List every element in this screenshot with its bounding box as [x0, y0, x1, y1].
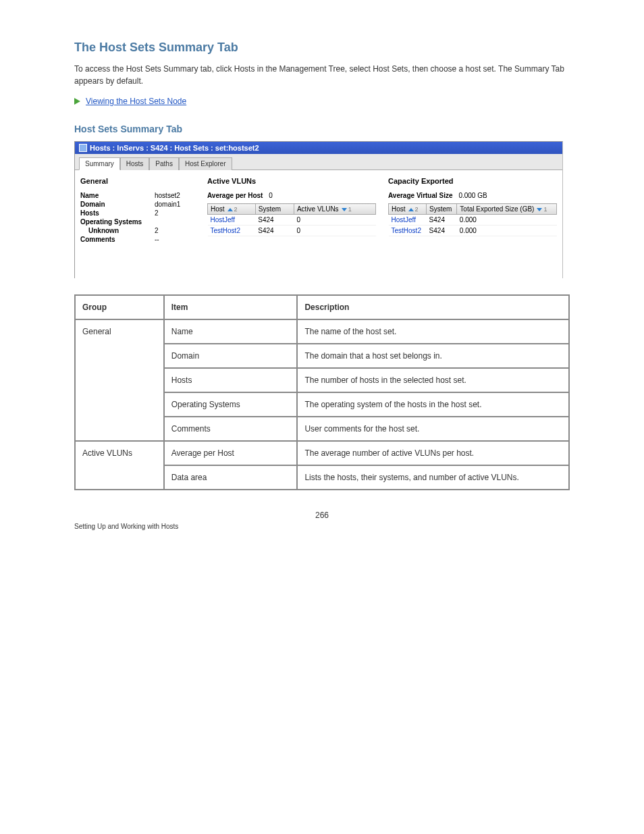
- col-host[interactable]: Host2: [208, 204, 256, 215]
- cell-total: 0.000: [457, 226, 557, 236]
- cell-system: S424: [255, 226, 294, 236]
- defs-desc: The number of hosts in the selected host…: [297, 368, 569, 392]
- col-host-label: Host: [211, 205, 225, 213]
- table-header-row: Host2 System Active VLUNs1: [208, 204, 376, 215]
- col-active-label: Active VLUNs: [297, 205, 339, 213]
- defs-desc: The operating system of the hosts in the…: [297, 392, 569, 417]
- tab-paths[interactable]: Paths: [149, 157, 179, 170]
- tab-hosts[interactable]: Hosts: [120, 157, 150, 170]
- related-link[interactable]: Viewing the Host Sets Node: [86, 97, 186, 106]
- general-header: General: [80, 177, 195, 185]
- defs-item: Average per Host: [164, 441, 298, 465]
- defs-desc: The average number of active VLUNs per h…: [297, 441, 569, 465]
- defs-desc: The name of the host set.: [297, 319, 569, 344]
- sort-index: 1: [543, 206, 547, 213]
- sort-index: 2: [415, 206, 419, 213]
- defs-group: General: [75, 319, 164, 441]
- defs-item: Name: [164, 319, 298, 344]
- cell-host[interactable]: TestHost2: [208, 226, 256, 236]
- col-active[interactable]: Active VLUNs1: [294, 204, 375, 215]
- col-system[interactable]: System: [427, 204, 457, 215]
- defs-desc: Lists the hosts, their systems, and numb…: [297, 465, 569, 490]
- arrow-right-icon: [74, 98, 80, 105]
- vluns-average: Average per Host 0: [207, 192, 376, 199]
- value-hosts: 2: [155, 209, 195, 217]
- col-total-label: Total Exported Size (GB): [460, 205, 534, 213]
- value-domain: domain1: [155, 201, 195, 208]
- general-os: Operating Systems: [80, 218, 195, 226]
- capacity-column: Capacity Exported Average Virtual Size 0…: [388, 177, 557, 244]
- table-row[interactable]: TestHost2 S424 0.000: [389, 226, 557, 236]
- figure-title: Host Sets Summary Tab: [74, 124, 570, 134]
- defs-item: Comments: [164, 417, 298, 441]
- defs-item: Operating Systems: [164, 392, 298, 417]
- label-unknown: Unknown: [80, 227, 155, 234]
- sort-up-icon: [225, 205, 233, 213]
- section-title: The Host Sets Summary Tab: [74, 41, 570, 55]
- general-comments: Comments --: [80, 236, 195, 243]
- value-comments: --: [155, 236, 195, 243]
- screenshot-panel: Hosts : InServs : S424 : Host Sets : set…: [74, 141, 563, 278]
- sort-up-icon: [406, 205, 414, 213]
- capacity-table: Host2 System Total Exported Size (GB)1 H…: [388, 203, 557, 236]
- cell-host[interactable]: HostJeff: [389, 215, 427, 226]
- definitions-table: Group Item Description General Name The …: [74, 294, 570, 490]
- cell-system: S424: [255, 215, 294, 226]
- label-hosts: Hosts: [80, 209, 155, 217]
- general-unknown: Unknown 2: [80, 227, 195, 234]
- cell-active: 0: [294, 226, 375, 236]
- table-row[interactable]: HostJeff S424 0: [208, 215, 376, 226]
- vluns-average-label: Average per Host: [207, 192, 263, 199]
- general-name: Name hostset2: [80, 192, 195, 199]
- sort-index: 2: [234, 206, 238, 213]
- intro-paragraph: To access the Host Sets Summary tab, cli…: [74, 63, 570, 87]
- defs-group: Active VLUNs: [75, 441, 164, 490]
- window-icon: [79, 144, 87, 152]
- defs-col-description: Description: [297, 295, 569, 319]
- general-column: General Name hostset2 Domain domain1 Hos…: [80, 177, 195, 244]
- value-name: hostset2: [155, 192, 195, 199]
- table-row: General Name The name of the host set.: [75, 319, 569, 344]
- capacity-average-value: 0.000 GB: [458, 192, 487, 199]
- label-comments: Comments: [80, 236, 155, 243]
- cell-host[interactable]: TestHost2: [389, 226, 427, 236]
- cell-total: 0.000: [457, 215, 557, 226]
- defs-desc: User comments for the host set.: [297, 417, 569, 441]
- col-host-label: Host: [392, 205, 406, 213]
- vluns-average-value: 0: [269, 192, 273, 199]
- window-title-text: Hosts : InServs : S424 : Host Sets : set…: [90, 144, 259, 152]
- capacity-average-label: Average Virtual Size: [388, 192, 453, 199]
- defs-item: Hosts: [164, 368, 298, 392]
- window-titlebar: Hosts : InServs : S424 : Host Sets : set…: [75, 142, 562, 154]
- vluns-header: Active VLUNs: [207, 177, 376, 185]
- general-domain: Domain domain1: [80, 201, 195, 208]
- table-row: Active VLUNs Average per Host The averag…: [75, 441, 569, 465]
- label-name: Name: [80, 192, 155, 199]
- vluns-column: Active VLUNs Average per Host 0 Host2 Sy…: [207, 177, 376, 244]
- cell-active: 0: [294, 215, 375, 226]
- table-row[interactable]: HostJeff S424 0.000: [389, 215, 557, 226]
- cell-host[interactable]: HostJeff: [208, 215, 256, 226]
- col-host[interactable]: Host2: [389, 204, 427, 215]
- table-header-row: Host2 System Total Exported Size (GB)1: [389, 204, 557, 215]
- related-link-row: Viewing the Host Sets Node: [74, 97, 570, 106]
- col-total[interactable]: Total Exported Size (GB)1: [457, 204, 557, 215]
- value-unknown: 2: [155, 227, 195, 234]
- sort-index: 1: [348, 206, 352, 213]
- tab-summary[interactable]: Summary: [79, 157, 120, 170]
- footer-section: Setting Up and Working with Hosts: [74, 523, 570, 530]
- tab-bar: Summary Hosts Paths Host Explorer: [75, 154, 562, 170]
- sort-down-icon: [534, 205, 542, 213]
- defs-item: Domain: [164, 344, 298, 368]
- tab-host-explorer[interactable]: Host Explorer: [179, 157, 232, 170]
- panel-body: General Name hostset2 Domain domain1 Hos…: [75, 170, 562, 278]
- label-os: Operating Systems: [80, 218, 155, 226]
- capacity-average: Average Virtual Size 0.000 GB: [388, 192, 557, 199]
- vluns-table: Host2 System Active VLUNs1 HostJeff S424…: [207, 203, 376, 236]
- general-hosts: Hosts 2: [80, 209, 195, 217]
- col-system[interactable]: System: [255, 204, 294, 215]
- defs-col-group: Group: [75, 295, 164, 319]
- capacity-header: Capacity Exported: [388, 177, 557, 185]
- table-row[interactable]: TestHost2 S424 0: [208, 226, 376, 236]
- value-os: [155, 218, 195, 226]
